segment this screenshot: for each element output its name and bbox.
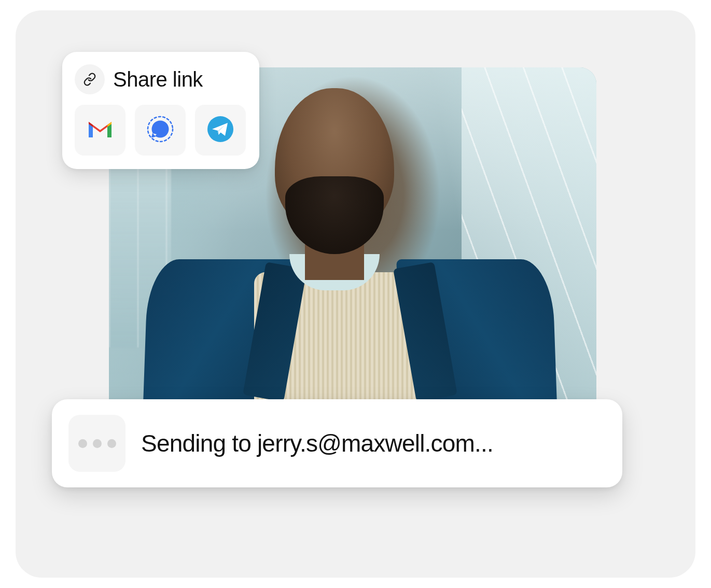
sending-status-card: Sending to jerry.s@maxwell.com...: [52, 399, 622, 487]
gmail-icon: [87, 119, 114, 142]
share-link-card: Share link: [62, 52, 259, 169]
loading-indicator: [68, 415, 126, 472]
share-app-gmail[interactable]: [75, 105, 126, 156]
sending-status-text: Sending to jerry.s@maxwell.com...: [141, 429, 493, 457]
loading-dot-icon: [107, 439, 116, 448]
signal-icon: [146, 115, 175, 146]
link-icon: [75, 64, 105, 94]
telegram-icon: [206, 115, 234, 145]
share-link-header: Share link: [75, 64, 247, 94]
share-link-title: Share link: [113, 68, 203, 91]
canvas-container: Share link: [16, 10, 695, 578]
share-app-telegram[interactable]: [195, 105, 246, 156]
loading-dot-icon: [78, 439, 87, 448]
share-apps-row: [75, 105, 247, 156]
share-app-signal[interactable]: [135, 105, 186, 156]
loading-dot-icon: [93, 439, 102, 448]
